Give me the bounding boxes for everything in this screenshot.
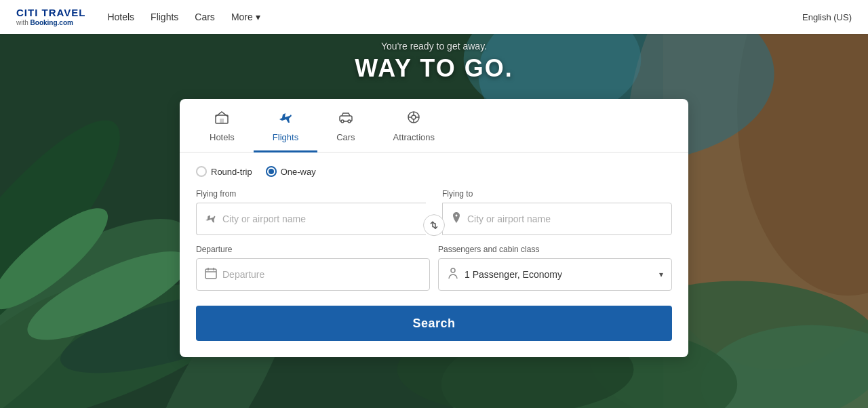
svg-point-21 xyxy=(341,120,344,123)
one-way-label: One-way xyxy=(281,167,316,177)
flying-to-input[interactable]: City or airport name xyxy=(442,203,672,235)
tab-attractions-label: Attractions xyxy=(393,132,435,142)
passengers-input[interactable]: 1 Passenger, Economy ▾ xyxy=(438,258,672,291)
navbar: CITI TRAVEL with Booking.com Hotels Flig… xyxy=(0,0,868,34)
departure-placeholder: Departure xyxy=(222,269,421,280)
attractions-icon xyxy=(406,110,421,128)
passengers-label: Passengers and cabin class xyxy=(438,245,672,254)
trip-type-selector: Round-trip One-way xyxy=(196,166,672,177)
location-pin-icon xyxy=(451,211,462,226)
nav-flights[interactable]: Flights xyxy=(151,12,178,22)
passengers-group: Passengers and cabin class 1 Passenger, … xyxy=(438,245,672,291)
origin-destination-row: Flying from City or airport name xyxy=(196,189,672,235)
flying-to-placeholder: City or airport name xyxy=(467,213,663,224)
search-button[interactable]: Search xyxy=(196,306,672,341)
person-icon xyxy=(447,267,459,282)
tab-flights[interactable]: Flights xyxy=(254,99,317,152)
tab-flights-label: Flights xyxy=(273,132,298,142)
departure-input[interactable]: Departure xyxy=(196,258,430,291)
svg-point-22 xyxy=(348,120,351,123)
hero-text: You're ready to get away. WAY TO GO. xyxy=(355,41,513,83)
svg-rect-31 xyxy=(205,269,216,279)
tab-attractions[interactable]: Attractions xyxy=(374,99,454,152)
search-form: Round-trip One-way Flying from xyxy=(180,152,688,357)
hotels-icon xyxy=(214,110,229,128)
tab-cars-label: Cars xyxy=(336,132,355,142)
calendar-icon xyxy=(205,267,217,282)
svg-point-24 xyxy=(412,115,416,119)
nav-cars[interactable]: Cars xyxy=(195,12,215,22)
chevron-down-icon: ▾ xyxy=(256,12,260,22)
hero-section: You're ready to get away. WAY TO GO. Hot… xyxy=(0,0,868,374)
plane-takeoff-icon xyxy=(205,211,217,226)
departure-label: Departure xyxy=(196,245,430,254)
brand-logo[interactable]: CITI TRAVEL with Booking.com xyxy=(16,7,85,26)
flying-from-input[interactable]: City or airport name xyxy=(196,203,426,235)
svg-point-35 xyxy=(451,268,455,272)
flights-icon xyxy=(278,110,293,128)
flying-to-group: Flying to City or airport name xyxy=(442,189,672,235)
nav-more[interactable]: More ▾ xyxy=(231,12,260,22)
hero-background: You're ready to get away. WAY TO GO. Hot… xyxy=(0,0,868,408)
one-way-radio[interactable] xyxy=(266,166,277,177)
tab-hotels-label: Hotels xyxy=(210,132,235,142)
cars-icon xyxy=(338,110,353,128)
passengers-value: 1 Passenger, Economy xyxy=(465,269,562,280)
search-tabs: Hotels Flights xyxy=(180,99,688,152)
chevron-down-icon: ▾ xyxy=(659,270,663,279)
nav-hotels[interactable]: Hotels xyxy=(107,12,134,22)
hero-subtitle: You're ready to get away. xyxy=(355,41,513,52)
passengers-left: 1 Passenger, Economy xyxy=(447,267,562,282)
round-trip-radio[interactable] xyxy=(196,166,207,177)
departure-group: Departure Departure xyxy=(196,245,430,291)
brand-citi-text: CITI TRAVEL xyxy=(16,7,85,19)
flying-from-group: Flying from City or airport name xyxy=(196,189,426,235)
svg-rect-19 xyxy=(220,119,224,123)
main-nav: Hotels Flights Cars More ▾ xyxy=(107,12,260,22)
round-trip-option[interactable]: Round-trip xyxy=(196,166,252,177)
hero-title: WAY TO GO. xyxy=(355,54,513,83)
departure-passengers-row: Departure Departure xyxy=(196,245,672,291)
flying-to-label: Flying to xyxy=(442,189,672,199)
flying-from-label: Flying from xyxy=(196,189,426,199)
flying-from-placeholder: City or airport name xyxy=(222,213,418,224)
tab-hotels[interactable]: Hotels xyxy=(191,99,254,152)
swap-button[interactable] xyxy=(423,214,445,236)
one-way-option[interactable]: One-way xyxy=(266,166,316,177)
round-trip-label: Round-trip xyxy=(211,167,252,177)
brand-with-text: with Booking.com xyxy=(16,19,85,26)
search-card: Hotels Flights xyxy=(180,99,688,357)
language-selector[interactable]: English (US) xyxy=(802,12,852,22)
tab-cars[interactable]: Cars xyxy=(317,99,374,152)
